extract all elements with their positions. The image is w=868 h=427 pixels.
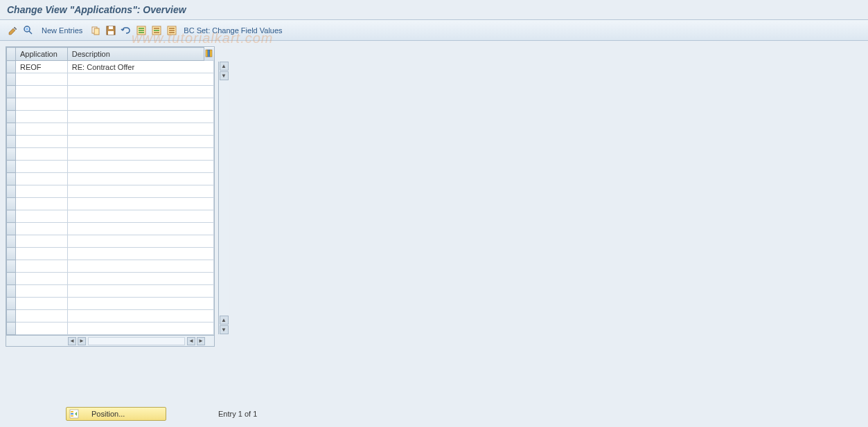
vscroll-up-button[interactable]: ▲ [220, 62, 229, 71]
application-cell[interactable] [16, 210, 68, 223]
application-cell[interactable] [16, 260, 68, 273]
description-cell[interactable] [67, 322, 213, 335]
application-cell[interactable] [16, 235, 68, 248]
row-selector[interactable] [7, 98, 16, 111]
table-row [7, 248, 214, 260]
vscroll-down-end-button[interactable]: ▼ [220, 325, 229, 334]
new-entries-button[interactable]: New Entries [37, 26, 87, 35]
vscroll-down-button[interactable]: ▼ [220, 71, 229, 80]
row-selector[interactable] [7, 310, 16, 322]
svg-rect-18 [169, 30, 175, 31]
application-cell[interactable] [16, 148, 68, 161]
row-selector[interactable] [7, 235, 16, 248]
row-selector[interactable] [7, 260, 16, 273]
application-cell[interactable] [16, 86, 68, 98]
row-selector[interactable] [7, 136, 16, 148]
description-cell[interactable] [67, 136, 213, 148]
other-view-icon[interactable] [22, 24, 35, 37]
row-selector[interactable] [7, 285, 16, 298]
row-selector[interactable] [7, 210, 16, 223]
row-selector[interactable] [7, 198, 16, 210]
description-cell[interactable] [67, 123, 213, 136]
table-header-row: Application Description [7, 48, 214, 61]
description-cell[interactable] [67, 235, 213, 248]
row-selector[interactable] [7, 223, 16, 235]
select-all-icon[interactable] [135, 24, 148, 37]
description-cell[interactable] [67, 98, 213, 111]
description-cell[interactable] [67, 198, 213, 210]
application-cell[interactable] [16, 298, 68, 310]
application-cell[interactable] [16, 273, 68, 285]
description-cell[interactable] [67, 260, 213, 273]
row-selector[interactable] [7, 185, 16, 198]
bc-set-button[interactable]: BC Set: Change Field Values [181, 26, 285, 35]
table-wrapper: Application Description REOFRE: Contract… [6, 46, 229, 347]
application-cell[interactable] [16, 223, 68, 235]
application-cell[interactable] [16, 248, 68, 260]
hscroll-left-end-button[interactable]: ◄ [187, 337, 195, 345]
copy-icon[interactable] [89, 24, 102, 37]
description-cell[interactable] [67, 173, 213, 185]
row-selector[interactable] [7, 273, 16, 285]
description-cell[interactable] [67, 161, 213, 173]
application-cell[interactable] [16, 123, 68, 136]
application-cell[interactable] [16, 185, 68, 198]
row-selector[interactable] [7, 73, 16, 86]
application-cell[interactable] [16, 111, 68, 123]
hscroll-right-end-button[interactable]: ► [197, 337, 205, 345]
application-cell[interactable] [16, 73, 68, 86]
column-description-header[interactable]: Description [67, 48, 204, 61]
select-block-icon[interactable] [150, 24, 163, 37]
description-cell[interactable] [67, 273, 213, 285]
display-change-icon[interactable] [7, 24, 19, 37]
description-cell[interactable] [67, 111, 213, 123]
row-selector[interactable] [7, 61, 16, 73]
application-cell[interactable] [16, 285, 68, 298]
row-selector[interactable] [7, 248, 16, 260]
svg-rect-21 [208, 50, 210, 57]
row-selector[interactable] [7, 111, 16, 123]
row-selector[interactable] [7, 123, 16, 136]
table-row [7, 260, 214, 273]
description-cell[interactable] [67, 298, 213, 310]
row-selector[interactable] [7, 148, 16, 161]
description-cell[interactable] [67, 73, 213, 86]
description-cell[interactable] [67, 248, 213, 260]
deselect-all-icon[interactable] [166, 24, 178, 37]
save-floppy-icon[interactable] [105, 24, 117, 37]
undo-icon[interactable] [120, 24, 132, 37]
table-row [7, 123, 214, 136]
application-cell[interactable] [16, 322, 68, 335]
application-cell[interactable] [16, 161, 68, 173]
description-cell[interactable] [67, 310, 213, 322]
row-selector[interactable] [7, 322, 16, 335]
description-cell[interactable] [67, 86, 213, 98]
hscroll-right-button[interactable]: ► [78, 337, 86, 345]
description-cell[interactable] [67, 185, 213, 198]
svg-rect-11 [139, 32, 144, 33]
vscroll-up-end-button[interactable]: ▲ [220, 316, 229, 325]
table-container: Application Description REOFRE: Contract… [6, 46, 215, 347]
application-cell[interactable] [16, 173, 68, 185]
description-cell[interactable] [67, 285, 213, 298]
description-cell[interactable] [67, 223, 213, 235]
application-cell[interactable] [16, 98, 68, 111]
row-selector[interactable] [7, 161, 16, 173]
position-button[interactable]: Position... [66, 407, 166, 421]
row-selector[interactable] [7, 298, 16, 310]
row-selector[interactable] [7, 173, 16, 185]
application-cell[interactable] [16, 198, 68, 210]
table-settings-button[interactable] [204, 48, 214, 61]
row-selector[interactable] [7, 86, 16, 98]
description-cell[interactable] [67, 210, 213, 223]
select-all-header[interactable] [7, 48, 16, 61]
hscroll-track[interactable] [88, 337, 185, 345]
application-cell[interactable] [16, 136, 68, 148]
hscroll-left-button[interactable]: ◄ [68, 337, 76, 345]
description-cell[interactable] [67, 148, 213, 161]
table-row [7, 173, 214, 185]
description-cell[interactable]: RE: Contract Offer [67, 61, 213, 73]
column-application-header[interactable]: Application [16, 48, 68, 61]
application-cell[interactable]: REOF [16, 61, 68, 73]
application-cell[interactable] [16, 310, 68, 322]
